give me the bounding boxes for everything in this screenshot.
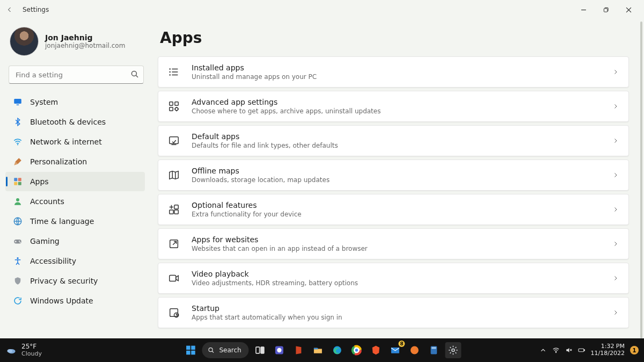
notification-badge[interactable]: 1 xyxy=(630,346,639,354)
sidebar-item-network[interactable]: Network & internet xyxy=(5,132,145,151)
svg-point-41 xyxy=(277,348,281,352)
taskbar-app-explorer[interactable] xyxy=(310,342,326,358)
profile-email: jonjaehnig@hotmail.com xyxy=(45,42,125,49)
svg-rect-6 xyxy=(14,178,17,181)
sidebar-item-accounts[interactable]: Accounts xyxy=(5,192,145,211)
svg-rect-36 xyxy=(191,351,195,355)
svg-rect-8 xyxy=(14,182,17,185)
svg-rect-33 xyxy=(186,346,191,350)
openext-icon xyxy=(168,238,180,250)
card-subtitle: Uninstall and manage apps on your PC xyxy=(192,73,317,81)
sidebar-item-update[interactable]: Windows Update xyxy=(5,291,145,310)
card-title: Video playback xyxy=(192,270,358,278)
taskbar-clock[interactable]: 1:32 PM 11/18/2022 xyxy=(591,343,625,357)
sidebar-item-label: Time & language xyxy=(30,217,94,226)
video-icon xyxy=(168,272,180,284)
taskbar-app-settings[interactable] xyxy=(445,342,462,358)
sidebar-item-label: Apps xyxy=(30,177,49,186)
sidebar-item-label: Network & internet xyxy=(30,137,102,146)
scrollbar[interactable] xyxy=(640,21,642,338)
monitor-icon xyxy=(13,97,23,107)
taskbar-app-brave[interactable] xyxy=(368,342,384,358)
svg-rect-26 xyxy=(174,210,178,214)
list-icon xyxy=(168,66,180,78)
taskbar: 25°F Cloudy Search 8 xyxy=(0,338,644,362)
sidebar-item-personalization[interactable]: Personalization xyxy=(5,152,145,171)
task-view-button[interactable] xyxy=(252,342,268,358)
window-maximize-button[interactable] xyxy=(595,2,617,17)
chevron-right-icon xyxy=(612,102,619,112)
chevron-right-icon xyxy=(612,239,619,249)
grid-icon xyxy=(13,177,23,186)
svg-rect-39 xyxy=(261,347,264,353)
sidebar-item-label: Bluetooth & devices xyxy=(30,118,106,126)
window-minimize-button[interactable] xyxy=(572,2,595,17)
settings-card-default[interactable]: Default apps Defaults for file and link … xyxy=(158,125,629,156)
card-title: Startup xyxy=(192,304,342,313)
sidebar-item-accessibility[interactable]: Accessibility xyxy=(5,251,145,271)
sidebar-item-apps[interactable]: Apps xyxy=(5,172,145,191)
cloud-icon xyxy=(5,344,17,356)
search-field[interactable] xyxy=(9,66,144,84)
settings-card-advanced[interactable]: Advanced app settings Choose where to ge… xyxy=(158,91,629,122)
svg-point-17 xyxy=(169,71,170,73)
svg-rect-42 xyxy=(314,348,318,350)
clock-date: 11/18/2022 xyxy=(591,350,625,357)
taskbar-app-mail[interactable]: 8 xyxy=(387,342,404,358)
app-title: Settings xyxy=(23,6,49,13)
taskbar-app-teams[interactable] xyxy=(272,342,288,358)
sidebar-item-privacy[interactable]: Privacy & security xyxy=(5,271,145,291)
wifi-icon xyxy=(552,346,560,354)
taskbar-app-generic-1[interactable] xyxy=(407,342,423,358)
card-title: Optional features xyxy=(192,201,302,209)
wifi-icon xyxy=(13,137,23,147)
taskbar-app-chrome[interactable] xyxy=(349,342,365,358)
sidebar: Jon Jaehnig jonjaehnig@hotmail.com Syste… xyxy=(0,19,150,338)
back-button[interactable] xyxy=(4,4,15,15)
sidebar-item-time[interactable]: Time & language xyxy=(5,212,145,231)
sidebar-item-gaming[interactable]: Gaming xyxy=(5,231,145,251)
settings-card-startup[interactable]: Startup Apps that start automatically wh… xyxy=(158,297,629,328)
settings-card-video[interactable]: Video playback Video adjustments, HDR st… xyxy=(158,263,629,294)
settings-card-offline[interactable]: Offline maps Downloads, storage location… xyxy=(158,160,629,191)
profile-block[interactable]: Jon Jaehnig jonjaehnig@hotmail.com xyxy=(8,25,145,66)
sidebar-item-system[interactable]: System xyxy=(5,92,145,112)
svg-rect-3 xyxy=(14,99,21,104)
svg-rect-38 xyxy=(256,347,260,353)
taskbar-weather[interactable]: 25°F Cloudy xyxy=(5,343,42,357)
main-panel: Apps Installed apps Uninstall and manage… xyxy=(150,19,644,338)
taskbar-app-edge[interactable] xyxy=(330,342,346,358)
svg-rect-24 xyxy=(174,205,178,209)
page-title: Apps xyxy=(160,29,633,47)
start-button[interactable] xyxy=(182,342,199,358)
svg-rect-34 xyxy=(191,346,195,350)
gamepad-icon xyxy=(13,236,23,246)
chevron-right-icon xyxy=(612,67,619,77)
startup-icon xyxy=(168,307,180,318)
taskbar-app-office[interactable] xyxy=(291,342,307,358)
chevron-right-icon xyxy=(612,136,619,146)
weather-temp: 25°F xyxy=(21,343,42,350)
taskbar-search[interactable]: Search xyxy=(202,342,248,358)
card-subtitle: Downloads, storage location, map updates xyxy=(192,176,330,184)
svg-point-32 xyxy=(7,349,12,353)
sidebar-item-bluetooth[interactable]: Bluetooth & devices xyxy=(5,112,145,132)
svg-point-10 xyxy=(16,198,19,201)
taskbar-app-calculator[interactable] xyxy=(426,342,442,358)
map-icon xyxy=(168,169,180,181)
svg-rect-20 xyxy=(175,102,178,105)
window-close-button[interactable] xyxy=(617,2,640,17)
sidebar-item-label: System xyxy=(30,98,58,106)
search-input[interactable] xyxy=(9,66,144,84)
card-title: Offline maps xyxy=(192,166,330,175)
svg-rect-56 xyxy=(579,349,584,351)
mail-badge: 8 xyxy=(399,341,405,347)
settings-card-installed[interactable]: Installed apps Uninstall and manage apps… xyxy=(158,56,629,88)
settings-card-websites[interactable]: Apps for websites Websites that can open… xyxy=(158,228,629,259)
sidebar-nav: System Bluetooth & devices Network & int… xyxy=(5,92,145,310)
avatar xyxy=(10,27,39,56)
access-icon xyxy=(13,256,23,266)
settings-card-optional[interactable]: Optional features Extra functionality fo… xyxy=(158,194,629,225)
system-tray[interactable] xyxy=(539,346,586,354)
svg-point-54 xyxy=(452,349,455,352)
